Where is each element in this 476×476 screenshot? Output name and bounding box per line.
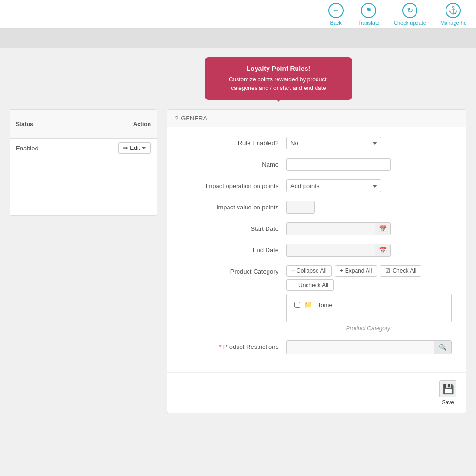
manage-action[interactable]: ⚓ Manage ho [440,3,466,26]
expand-all-label: Expand All [345,268,372,274]
save-disk-icon: 💾 [439,380,456,397]
expand-all-button[interactable]: + Expand All [335,265,377,277]
check-update-label: Check update [394,20,426,26]
collapse-all-button[interactable]: − Collapse All [286,265,332,277]
required-star: * [219,343,222,350]
impact-operation-select[interactable]: Add points Remove points [286,179,381,192]
name-row: Name [181,158,452,171]
section-title: GENERAL [181,115,210,122]
table-row: Enabled ✏ Edit [10,139,157,158]
home-checkbox[interactable] [294,302,300,308]
refresh-icon: ↻ [402,3,417,18]
product-category-label: Product Category [181,265,286,275]
question-mark-icon: ? [175,115,178,122]
collapse-all-label: Collapse All [297,268,327,274]
caret-down-icon [142,147,146,151]
category-tree: 📁 Home [286,294,452,322]
end-calendar-icon[interactable]: 📅 [375,244,390,256]
main-form: ? GENERAL Rule Enabled? No Yes Nam [167,109,466,413]
impact-operation-row: Impact operation on points Add points Re… [181,179,452,192]
translate-icon: ⚑ [361,3,376,18]
category-hint: Product Category: [286,325,452,332]
start-date-wrap: 📅 [286,222,391,235]
impact-operation-label: Impact operation on points [181,179,286,189]
status-col-header: Status [16,121,83,128]
product-category-control: − Collapse All + Expand All ☑ Check All [286,265,452,332]
end-date-label: End Date [181,244,286,254]
check-all-button[interactable]: ☑ Check All [380,265,421,277]
product-restrictions-label: *Product Restrictions [181,340,286,350]
back-label: Back [330,20,341,26]
save-button[interactable]: 💾 Save [439,380,456,405]
edit-label: Edit [130,145,140,151]
collapse-icon: − [291,268,295,274]
rule-enabled-control: No Yes [286,137,452,149]
start-date-row: Start Date 📅 [181,222,452,235]
save-label: Save [442,399,454,405]
action-cell: ✏ Edit [83,142,151,154]
end-date-row: End Date 📅 [181,244,452,257]
name-control [286,158,452,171]
tree-item-home: 📁 Home [291,299,446,310]
rule-enabled-label: Rule Enabled? [181,137,286,147]
edit-button[interactable]: ✏ Edit [118,142,151,154]
product-category-row: Product Category − Collapse All + Expand… [181,265,452,332]
action-col-header: Action [83,121,151,128]
product-restrictions-text: Product Restrictions [223,343,278,350]
uncheck-all-label: Uncheck All [298,282,328,288]
end-date-wrap: 📅 [286,244,391,257]
checkbox-unchecked-icon: ☐ [291,282,297,288]
impact-value-label: Impact value on points [181,201,286,211]
impact-value-control [286,201,452,214]
back-action[interactable]: ← Back [328,3,344,26]
top-bar-actions: ← Back ⚑ Translate ↻ Check update ⚓ Mana… [328,3,466,26]
action-enabled-panel: Status Action Enabled ✏ Edit [10,109,157,216]
left-panel-header: Status Action [10,110,157,139]
impact-value-input[interactable] [286,201,315,214]
product-restrictions-row: *Product Restrictions 🔍 [181,340,452,354]
check-all-label: Check All [392,268,416,274]
top-bar: ← Back ⚑ Translate ↻ Check update ⚓ Mana… [0,0,476,29]
form-body: Rule Enabled? No Yes Name [167,127,466,372]
status-cell: Enabled [16,145,83,152]
tooltip-bubble: Loyalty Point Rules! Customize points re… [205,57,352,100]
expand-icon: + [340,268,343,274]
manage-label: Manage ho [440,20,466,26]
anchor-icon: ⚓ [446,3,461,18]
end-date-input[interactable] [287,244,375,256]
impact-value-row: Impact value on points [181,201,452,214]
start-date-control: 📅 [286,222,452,235]
tooltip-title: Loyalty Point Rules! [216,65,341,72]
uncheck-all-button[interactable]: ☐ Uncheck All [286,279,334,291]
rule-enabled-row: Rule Enabled? No Yes [181,137,452,149]
name-input[interactable] [286,158,391,171]
impact-operation-control: Add points Remove points [286,179,452,192]
pencil-icon: ✏ [123,145,128,151]
product-search-wrap: 🔍 [286,340,452,354]
category-toolbar: − Collapse All + Expand All ☑ Check All [286,265,452,291]
product-restrictions-input[interactable] [287,341,434,354]
start-date-label: Start Date [181,222,286,232]
check-update-action[interactable]: ↻ Check update [394,3,426,26]
back-icon: ← [328,3,344,18]
rule-enabled-select[interactable]: No Yes [286,137,381,149]
sub-bar [0,29,476,48]
section-header: ? GENERAL [167,110,466,127]
name-label: Name [181,158,286,168]
save-section: 💾 Save [167,372,466,413]
home-label: Home [316,301,333,308]
end-date-control: 📅 [286,244,452,257]
folder-icon: 📁 [304,301,312,308]
translate-label: Translate [358,20,379,26]
tooltip-description: Customize points rewarded by product, ca… [216,75,341,92]
start-calendar-icon[interactable]: 📅 [375,223,390,235]
start-date-input[interactable] [287,223,375,235]
search-button[interactable]: 🔍 [434,341,451,354]
product-restrictions-control: 🔍 [286,340,452,354]
translate-action[interactable]: ⚑ Translate [358,3,379,26]
action-enabled-area [10,158,157,215]
checkbox-checked-icon: ☑ [385,268,390,274]
